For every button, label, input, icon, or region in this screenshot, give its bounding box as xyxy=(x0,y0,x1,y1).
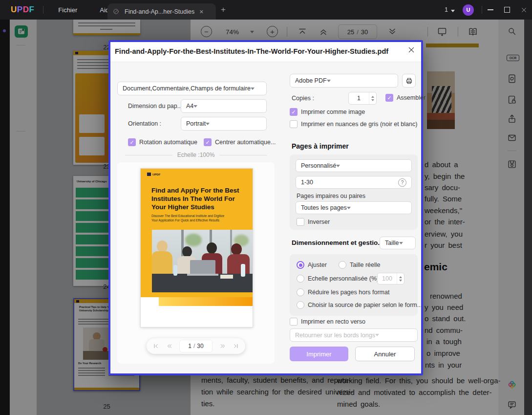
maximize-button[interactable] xyxy=(499,0,515,20)
fit-radio-row[interactable]: Ajuster xyxy=(297,261,327,269)
print-dialog: Find-and-Apply-For-the-Best-Institutes-I… xyxy=(108,40,423,375)
checkbox-checked[interactable]: ✓ xyxy=(385,94,393,102)
cover-gradient-bar xyxy=(159,297,253,306)
printer-select[interactable]: Adobe PDF xyxy=(290,74,398,87)
page-range-input[interactable]: 1-30 ? xyxy=(296,176,412,189)
printer-icon xyxy=(405,77,413,85)
dialog-title: Find-and-Apply-For-the-Best-Institutes-I… xyxy=(115,47,388,55)
scale-divider: Echelle :100% xyxy=(125,152,267,158)
help-icon[interactable]: ? xyxy=(398,178,406,187)
caret-down-icon xyxy=(336,165,340,167)
menu-fichier[interactable]: Fichier xyxy=(51,0,84,20)
radio-unselected[interactable] xyxy=(297,301,304,309)
cover-subtitle: Discover The Best Educational Institute … xyxy=(151,214,224,222)
dialog-close-icon[interactable] xyxy=(407,46,415,54)
checkbox-checked[interactable]: ✓ xyxy=(128,138,136,146)
new-tab-button[interactable]: + xyxy=(221,5,226,15)
stepper-down-icon xyxy=(399,280,402,282)
updf-logo: UPDF xyxy=(11,5,34,15)
print-as-image-checkbox-row[interactable]: ✓ Imprimer comme image xyxy=(290,108,365,116)
auto-center-checkbox-row[interactable]: ✓ Centrer automatique... xyxy=(204,138,276,146)
cover-photo xyxy=(152,230,253,292)
window-count[interactable]: 1 xyxy=(445,6,448,13)
collate-checkbox-row[interactable]: ✓ Assembler xyxy=(385,94,426,102)
pages-to-print-heading: Pages à imprimer xyxy=(292,142,349,150)
window-count-caret-icon[interactable] xyxy=(451,5,455,14)
grayscale-checkbox-row[interactable]: Imprimer en nuances de gris (noir et bla… xyxy=(290,120,417,128)
orientation-label: Orientation : xyxy=(128,120,161,127)
reverse-checkbox-row[interactable]: Inverser xyxy=(297,218,330,226)
radio-unselected[interactable] xyxy=(297,288,304,296)
cover-title: Find and Apply For the Best Institutes I… xyxy=(151,186,239,211)
radio-unselected[interactable] xyxy=(339,261,346,269)
sizing-heading: Dimensionnement et gestio.. xyxy=(292,239,382,246)
orientation-select[interactable]: Portrait xyxy=(181,117,267,131)
titlebar: UPDF Fichier Aide Find-and-Ap...her-Stud… xyxy=(0,0,532,20)
updf-window: d about a y, begin the sary docu- fully.… xyxy=(0,0,532,415)
previous-page-icon[interactable] xyxy=(166,343,173,349)
custom-scale-stepper-disabled: 100 xyxy=(377,273,404,284)
print-content-select[interactable]: Document,Commentaire,Champs de formulair… xyxy=(117,82,267,95)
caret-down-icon xyxy=(399,242,403,244)
page-range-mode-select[interactable]: Personnalisé xyxy=(296,159,412,172)
dialog-header: Find-and-Apply-For-the-Best-Institutes-I… xyxy=(110,42,421,62)
next-page-icon[interactable] xyxy=(219,343,226,349)
cancel-button[interactable]: Annuler xyxy=(355,347,415,361)
odd-even-select[interactable]: Toutes les pages xyxy=(296,201,412,214)
caret-down-icon xyxy=(251,87,255,90)
preview-pagination: 1/30 xyxy=(147,338,245,354)
scale-label: Echelle :100% xyxy=(177,152,215,158)
caret-down-icon xyxy=(327,80,331,82)
sizing-mode-select[interactable]: Taille xyxy=(380,237,416,249)
pages-to-print-panel: Personnalisé 1-30 ? Pages impaires ou pa… xyxy=(290,154,418,230)
shrink-radio-row[interactable]: Réduire les pages hors format xyxy=(297,288,389,296)
tab-title: Find-and-Ap...her-Studies xyxy=(125,8,194,15)
stepper-up-icon[interactable] xyxy=(371,96,374,98)
avatar[interactable]: U xyxy=(463,4,474,16)
minimize-button[interactable] xyxy=(482,0,499,20)
pen-disabled-icon xyxy=(112,8,120,15)
printer-properties-button[interactable] xyxy=(402,74,416,87)
checkbox-checked[interactable]: ✓ xyxy=(290,108,298,116)
document-tab[interactable]: Find-and-Ap...her-Studies × xyxy=(107,3,216,20)
radio-selected[interactable] xyxy=(297,261,304,269)
checkbox-unchecked[interactable] xyxy=(290,120,298,128)
caret-down-icon xyxy=(206,123,210,125)
cover-brand-logo: UPDF xyxy=(147,173,160,176)
radio-unselected[interactable] xyxy=(297,275,304,283)
paper-size-label: Dimension du pap... xyxy=(128,103,182,109)
checkbox-unchecked[interactable] xyxy=(297,218,304,226)
duplex-checkbox-row[interactable]: Imprimer en recto verso xyxy=(290,318,365,326)
tab-close-icon[interactable]: × xyxy=(199,8,203,16)
close-window-button[interactable] xyxy=(515,0,532,20)
print-button[interactable]: Imprimer xyxy=(290,347,348,361)
copies-label: Copies : xyxy=(292,95,314,102)
actual-size-radio-row[interactable]: Taille réelle xyxy=(339,261,381,269)
copies-stepper[interactable]: 1 xyxy=(348,92,377,105)
stepper-down-icon[interactable] xyxy=(371,99,374,101)
paper-source-radio-row[interactable]: Choisir la source de papier selon le for… xyxy=(297,301,422,309)
custom-scale-radio-row[interactable]: Echelle personnalisée (%) : xyxy=(297,275,382,283)
preview-page-indicator[interactable]: 1/30 xyxy=(179,340,213,352)
sizing-panel: Ajuster Taille réelle Echelle personnali… xyxy=(290,254,418,316)
last-page-icon[interactable] xyxy=(233,343,239,349)
titlebar-separator xyxy=(43,6,43,14)
caret-down-icon xyxy=(347,207,351,209)
first-page-icon[interactable] xyxy=(152,343,159,349)
auto-rotate-checkbox-row[interactable]: ✓ Rotation automatique xyxy=(128,138,197,146)
odd-even-label: Pages impaires ou paires xyxy=(297,193,365,199)
flip-edge-select-disabled: Retourner sur les bords longs xyxy=(290,328,418,342)
paper-size-select[interactable]: A4 xyxy=(181,99,267,113)
checkbox-checked[interactable]: ✓ xyxy=(204,138,212,146)
print-preview-page: UPDF Find and Apply For the Best Institu… xyxy=(140,168,253,328)
caret-down-icon xyxy=(375,334,379,336)
caret-down-icon xyxy=(193,105,197,108)
person xyxy=(157,240,168,252)
checkbox-unchecked[interactable] xyxy=(290,318,298,326)
stepper-up-icon xyxy=(399,276,402,278)
